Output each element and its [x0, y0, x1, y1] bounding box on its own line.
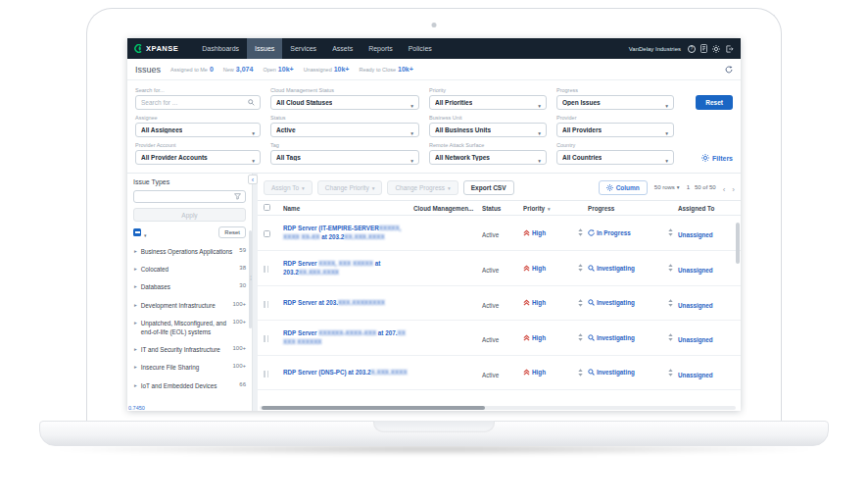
expand-arrow-icon[interactable]: ▸ [134, 381, 137, 390]
filter-dropdown[interactable]: All Providers [556, 123, 674, 137]
issue-type-item[interactable]: ▸IoT and Embedded Devices66 [133, 376, 246, 394]
priority-value-link[interactable]: High [532, 229, 546, 236]
progress-value-link[interactable]: Investigating [597, 265, 635, 272]
header-checkbox[interactable] [264, 204, 270, 211]
expand-arrow-icon[interactable]: ▸ [134, 319, 137, 327]
progress-stepper-icon[interactable] [668, 369, 673, 376]
priority-value-link[interactable]: High [532, 299, 546, 306]
priority-stepper-icon[interactable] [578, 333, 583, 341]
nav-item-services[interactable]: Services [282, 38, 324, 59]
next-page-button[interactable] [732, 178, 735, 196]
filter-dropdown[interactable]: All Priorities [429, 95, 547, 110]
assign-to-button[interactable]: Assign To [264, 180, 313, 195]
stat-value[interactable]: 10k+ [398, 66, 413, 73]
settings-gear-icon[interactable] [712, 45, 720, 53]
nav-item-assets[interactable]: Assets [324, 38, 361, 59]
progress-value-link[interactable]: Investigating [597, 299, 635, 306]
issue-name-link[interactable]: RDP Server XXXXXX-XXXX-XXX at 207.XX XXX… [283, 328, 410, 347]
issue-type-filter-input[interactable] [133, 190, 246, 203]
filter-dropdown[interactable]: Active [270, 123, 419, 137]
issue-type-item[interactable]: ▸Insecure File Sharing100+ [133, 359, 246, 376]
col-assigned-to[interactable]: Assigned To [678, 205, 735, 212]
stat-value[interactable]: 3,074 [236, 66, 254, 73]
expand-arrow-icon[interactable]: ▸ [134, 345, 137, 354]
select-dropdown-caret-icon[interactable] [144, 224, 147, 241]
progress-value-link[interactable]: In Progress [597, 229, 631, 236]
change-progress-button[interactable]: Change Progress [387, 180, 458, 195]
search-input[interactable]: Search for ... [135, 95, 261, 110]
filter-dropdown[interactable]: All Countries [556, 150, 674, 165]
expand-arrow-icon[interactable]: ▸ [134, 247, 137, 256]
release-notes-icon[interactable] [700, 44, 707, 53]
priority-stepper-icon[interactable] [578, 369, 583, 376]
drag-handle-icon[interactable] [264, 335, 268, 342]
assigned-to-link[interactable]: Unassigned [678, 302, 713, 309]
reset-button[interactable]: Reset [696, 95, 733, 110]
sidebar-collapse-button[interactable] [248, 175, 258, 184]
issue-type-item[interactable]: ▸Databases30 [133, 278, 246, 296]
filter-dropdown[interactable]: All Business Units [429, 123, 547, 137]
filter-dropdown[interactable]: All Cloud Statuses [270, 95, 419, 110]
account-name[interactable]: VanDelay Industries [629, 46, 681, 52]
nav-item-dashboards[interactable]: Dashboards [194, 38, 247, 59]
priority-stepper-icon[interactable] [578, 299, 583, 307]
col-progress[interactable]: Progress [588, 205, 662, 212]
table-row[interactable]: RDP Server (IT-EMPIRE-SERVERXXXXX, XXXX … [258, 216, 741, 251]
nav-item-issues[interactable]: Issues [247, 38, 282, 59]
table-row[interactable]: RDP Server XXXXXX-XXXX-XXX at 207.XX XXX… [258, 321, 741, 356]
progress-value-link[interactable]: Investigating [597, 369, 635, 376]
progress-stepper-icon[interactable] [668, 264, 673, 272]
priority-value-link[interactable]: High [532, 369, 546, 376]
col-name[interactable]: Name [283, 205, 413, 212]
vertical-scrollbar[interactable] [736, 223, 740, 264]
table-row[interactable]: RDP Server XXXX, XXX XXXXX at 203.2XX.XX… [258, 251, 741, 286]
row-checkbox[interactable] [264, 230, 270, 237]
issue-type-item[interactable]: ▸Unpatched, Misconfigured, and end-of-li… [133, 314, 246, 340]
table-row[interactable]: RDP Server at 203.XXX.XXXXXXXX Active Hi… [258, 286, 741, 321]
col-cloud-management[interactable]: Cloud Managemen... [413, 205, 482, 212]
table-row[interactable]: RDP Server (DNS-PC) at 203.2X.XXX.XXXX A… [258, 356, 741, 390]
issue-name-link[interactable]: RDP Server at 203.XXX.XXXXXXXX [283, 298, 410, 307]
issue-type-item[interactable]: ▸Development Infrastructure100+ [133, 296, 246, 314]
drag-handle-icon[interactable] [264, 371, 268, 377]
drag-handle-icon[interactable] [264, 266, 268, 273]
drag-handle-icon[interactable] [264, 301, 268, 308]
apply-button[interactable]: Apply [133, 208, 246, 222]
progress-stepper-icon[interactable] [668, 333, 673, 341]
issue-type-item[interactable]: ▸Colocated38 [133, 260, 246, 277]
priority-value-link[interactable]: High [532, 265, 546, 272]
issue-name-link[interactable]: RDP Server (IT-EMPIRE-SERVERXXXXX, XXXX … [283, 224, 410, 242]
priority-stepper-icon[interactable] [578, 228, 583, 236]
export-csv-button[interactable]: Export CSV [463, 180, 514, 195]
issue-type-item[interactable]: ▸IT and Security Infrastructure100+ [133, 341, 246, 359]
filters-settings-link[interactable]: Filters [701, 154, 733, 165]
issue-type-item[interactable]: ▸Business Operations Applications59 [133, 242, 246, 260]
col-priority[interactable]: Priority [523, 205, 572, 212]
progress-stepper-icon[interactable] [668, 299, 673, 307]
refresh-button[interactable] [725, 66, 733, 74]
column-settings-button[interactable]: Column [599, 180, 648, 195]
filter-dropdown[interactable]: Open Issues [556, 95, 674, 110]
expand-arrow-icon[interactable]: ▸ [134, 363, 137, 372]
stat-value[interactable]: 10k+ [334, 66, 350, 73]
filter-dropdown[interactable]: All Assignees [135, 123, 261, 137]
issue-name-link[interactable]: RDP Server (DNS-PC) at 203.2X.XXX.XXXX [283, 368, 410, 376]
assigned-to-link[interactable]: Unassigned [678, 372, 713, 378]
filter-dropdown[interactable]: All Provider Accounts [135, 150, 261, 165]
stat-value[interactable]: 0 [210, 66, 214, 73]
filter-dropdown[interactable]: All Tags [270, 150, 419, 165]
priority-stepper-icon[interactable] [578, 264, 583, 272]
assigned-to-link[interactable]: Unassigned [678, 336, 713, 343]
progress-value-link[interactable]: Investigating [597, 334, 635, 341]
change-priority-button[interactable]: Change Priority [317, 180, 383, 195]
expand-arrow-icon[interactable]: ▸ [134, 265, 137, 274]
filter-dropdown[interactable]: All Network Types [429, 150, 547, 165]
col-status[interactable]: Status [482, 205, 523, 212]
expand-arrow-icon[interactable]: ▸ [134, 301, 137, 310]
sign-out-icon[interactable] [725, 45, 734, 53]
xpanse-logo[interactable]: XPANSE [134, 44, 178, 53]
select-all-checkbox[interactable] [133, 228, 141, 236]
sidebar-reset-button[interactable]: Reset [218, 226, 246, 238]
expand-arrow-icon[interactable]: ▸ [134, 282, 137, 291]
rows-per-page-select[interactable]: 50 rows [654, 184, 680, 190]
